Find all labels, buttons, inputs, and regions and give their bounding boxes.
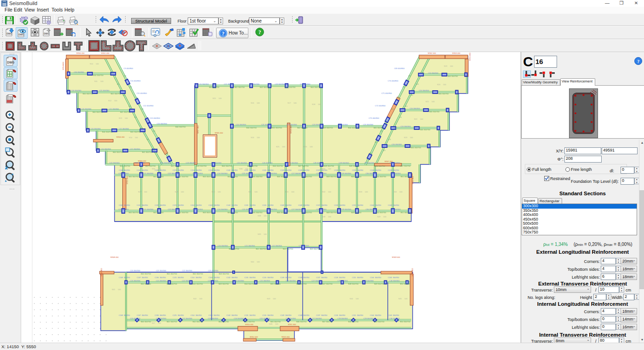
svg-text:C131: C131 <box>244 169 248 171</box>
svg-text:C25 300/300: C25 300/300 <box>242 172 253 175</box>
svg-text:140: 140 <box>404 298 408 300</box>
svg-text:C25 300/300: C25 300/300 <box>363 123 374 126</box>
svg-text:C21 300/300: C21 300/300 <box>245 245 255 247</box>
svg-text:140: 140 <box>399 191 402 193</box>
svg-text:W303 400: W303 400 <box>452 52 461 54</box>
svg-text:C109: C109 <box>280 277 284 279</box>
svg-text:S18: S18 <box>312 103 316 105</box>
svg-text:C136: C136 <box>155 169 159 171</box>
svg-text:4.5: 4.5 <box>411 94 413 96</box>
svg-text:300/350: 300/350 <box>339 277 345 279</box>
svg-text:140: 140 <box>257 102 260 104</box>
svg-text:C137: C137 <box>316 315 320 316</box>
svg-text:B40 300/700: B40 300/700 <box>113 151 123 153</box>
svg-text:C115: C115 <box>352 169 356 171</box>
svg-text:W306 400: W306 400 <box>138 160 147 162</box>
svg-text:300/350: 300/350 <box>285 277 291 279</box>
svg-text:C21 300/300: C21 300/300 <box>143 172 154 175</box>
svg-text:140: 140 <box>275 323 278 325</box>
svg-text:140: 140 <box>328 216 331 218</box>
svg-text:B40 300/700: B40 300/700 <box>92 111 103 113</box>
svg-text:B46 300/700: B46 300/700 <box>273 165 283 167</box>
svg-text:W308 400: W308 400 <box>110 256 119 258</box>
svg-text:C103: C103 <box>208 277 213 279</box>
svg-text:4.5: 4.5 <box>123 94 125 96</box>
svg-text:4.5: 4.5 <box>402 86 405 88</box>
svg-text:140: 140 <box>356 298 359 300</box>
svg-text:C27 300/300: C27 300/300 <box>291 172 302 175</box>
svg-text:140: 140 <box>254 191 258 193</box>
svg-text:300/350: 300/350 <box>196 204 201 206</box>
svg-text:300/350: 300/350 <box>213 315 219 316</box>
svg-text:4.5: 4.5 <box>146 139 149 140</box>
svg-text:140: 140 <box>273 298 276 300</box>
svg-text:S44: S44 <box>350 298 353 300</box>
svg-text:B41 300/700: B41 300/700 <box>111 93 121 95</box>
svg-text:300/350: 300/350 <box>267 169 273 171</box>
svg-text:S30: S30 <box>248 191 252 193</box>
svg-text:C20 300/300: C20 300/300 <box>101 148 111 150</box>
svg-text:B40 300/700: B40 300/700 <box>229 248 239 250</box>
svg-text:C30 300/300: C30 300/300 <box>389 317 400 320</box>
svg-text:300/350: 300/350 <box>124 204 130 206</box>
svg-text:S13: S13 <box>119 117 122 119</box>
svg-text:4.5: 4.5 <box>130 86 132 88</box>
svg-text:300/350: 300/350 <box>213 169 219 171</box>
svg-text:S49: S49 <box>377 216 381 218</box>
svg-text:C120: C120 <box>262 277 266 279</box>
svg-text:300/350: 300/350 <box>249 277 255 279</box>
svg-text:C114: C114 <box>190 315 195 316</box>
svg-text:S43: S43 <box>267 298 270 300</box>
svg-text:S42: S42 <box>193 298 197 300</box>
svg-text:C12 400/800: C12 400/800 <box>143 105 154 107</box>
svg-text:C24 300/300: C24 300/300 <box>217 172 228 175</box>
svg-text:W315 400: W315 400 <box>469 52 471 61</box>
svg-text:C137: C137 <box>316 277 320 279</box>
svg-text:B41 300/700: B41 300/700 <box>131 131 141 133</box>
svg-text:C21 300/300: C21 300/300 <box>156 280 167 282</box>
svg-text:W317 400: W317 400 <box>197 125 199 134</box>
svg-text:300/350: 300/350 <box>142 169 148 171</box>
svg-text:B50 300/700: B50 300/700 <box>400 283 411 285</box>
svg-text:C136: C136 <box>155 277 159 279</box>
svg-text:C21 300/300: C21 300/300 <box>109 108 119 110</box>
svg-text:W304 400: W304 400 <box>116 136 125 138</box>
svg-text:C22 300/300: C22 300/300 <box>287 123 297 126</box>
svg-text:B44 300/700: B44 300/700 <box>222 165 232 167</box>
svg-text:300/350: 300/350 <box>196 315 201 316</box>
svg-text:C21 300/300: C21 300/300 <box>99 89 109 92</box>
svg-text:C9 400/800: C9 400/800 <box>124 67 133 70</box>
svg-text:300/350: 300/350 <box>393 204 399 206</box>
svg-text:C21 300/300: C21 300/300 <box>156 317 167 320</box>
svg-text:4.5: 4.5 <box>147 119 150 121</box>
svg-text:C28 300/300: C28 300/300 <box>313 162 324 164</box>
svg-text:300/350: 300/350 <box>285 169 291 171</box>
svg-text:300/350: 300/350 <box>285 204 291 206</box>
svg-text:300/350: 300/350 <box>124 277 130 279</box>
svg-text:300/350: 300/350 <box>196 169 201 171</box>
svg-text:C22 300/300: C22 300/300 <box>168 172 178 175</box>
svg-text:C24 300/300: C24 300/300 <box>234 280 244 282</box>
svg-text:4.5: 4.5 <box>389 139 391 140</box>
svg-text:C22 300/300: C22 300/300 <box>271 245 282 247</box>
svg-text:C23 300/300: C23 300/300 <box>299 245 309 247</box>
svg-text:C103: C103 <box>208 169 213 171</box>
svg-text:B47 300/700: B47 300/700 <box>322 283 333 285</box>
svg-text:300/350: 300/350 <box>142 204 148 206</box>
svg-text:C22 300/300: C22 300/300 <box>160 162 171 164</box>
svg-text:4.5: 4.5 <box>391 108 394 110</box>
svg-text:4.5: 4.5 <box>375 141 377 143</box>
svg-text:140: 140 <box>365 191 368 193</box>
svg-text:C24 300/300: C24 300/300 <box>300 83 310 85</box>
svg-text:DWG: DWG <box>7 61 14 64</box>
svg-text:C26 300/300: C26 300/300 <box>286 317 296 320</box>
svg-text:C104: C104 <box>370 204 374 206</box>
svg-text:B44 300/700: B44 300/700 <box>310 86 321 88</box>
svg-text:140: 140 <box>293 102 297 104</box>
svg-text:300/350: 300/350 <box>160 315 166 316</box>
svg-text:140: 140 <box>264 233 267 235</box>
svg-text:300/350: 300/350 <box>196 277 201 279</box>
svg-text:C29 300/300: C29 300/300 <box>363 317 374 320</box>
svg-text:300/350: 300/350 <box>303 315 309 316</box>
svg-text:C126: C126 <box>334 204 338 206</box>
